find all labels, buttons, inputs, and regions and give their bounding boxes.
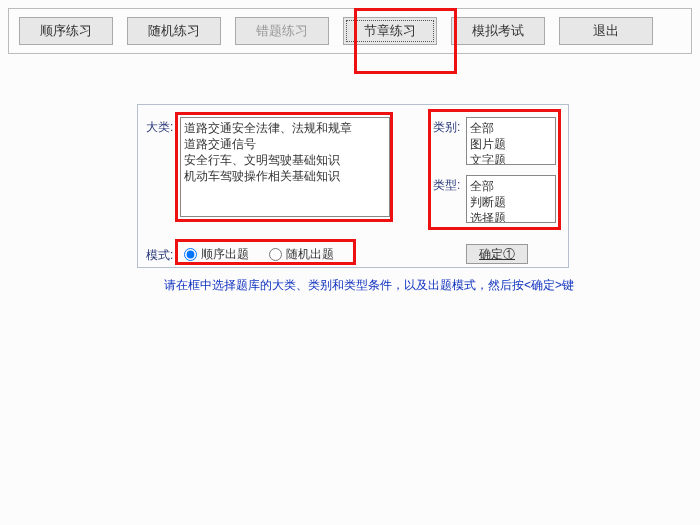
nav-toolbar: 顺序练习 随机练习 错题练习 节章练习 模拟考试 退出	[8, 8, 692, 54]
radio-random-text: 随机出题	[286, 246, 334, 263]
list-item[interactable]: 全部	[470, 178, 552, 194]
radio-sequential-label[interactable]: 顺序出题	[184, 246, 249, 263]
nav-btn-random[interactable]: 随机练习	[127, 17, 221, 45]
list-item[interactable]: 机动车驾驶操作相关基础知识	[184, 168, 386, 184]
nav-btn-wrong[interactable]: 错题练习	[235, 17, 329, 45]
list-item[interactable]: 选择题	[470, 210, 552, 223]
nav-btn-sequential[interactable]: 顺序练习	[19, 17, 113, 45]
mode-radio-group: 顺序出题 随机出题	[184, 246, 334, 263]
radio-random-label[interactable]: 随机出题	[269, 246, 334, 263]
label-kind: 类别:	[433, 119, 460, 136]
radio-sequential[interactable]	[184, 248, 197, 261]
radio-random[interactable]	[269, 248, 282, 261]
label-category: 大类:	[146, 119, 173, 136]
list-item[interactable]: 全部	[470, 120, 552, 136]
confirm-button[interactable]: 确定①	[466, 244, 528, 264]
list-item[interactable]: 判断题	[470, 194, 552, 210]
listbox-kind[interactable]: 全部 图片题 文字题	[466, 117, 556, 165]
list-item[interactable]: 道路交通信号	[184, 136, 386, 152]
nav-btn-exam[interactable]: 模拟考试	[451, 17, 545, 45]
label-mode: 模式:	[146, 247, 173, 264]
list-item[interactable]: 图片题	[470, 136, 552, 152]
label-type: 类型:	[433, 177, 460, 194]
nav-btn-exit[interactable]: 退出	[559, 17, 653, 45]
instruction-text: 请在框中选择题库的大类、类别和类型条件，以及出题模式，然后按<确定>键	[164, 277, 574, 294]
form-panel: 大类: 道路交通安全法律、法规和规章 道路交通信号 安全行车、文明驾驶基础知识 …	[137, 104, 569, 268]
nav-btn-chapter[interactable]: 节章练习	[343, 17, 437, 45]
listbox-type[interactable]: 全部 判断题 选择题	[466, 175, 556, 223]
radio-sequential-text: 顺序出题	[201, 246, 249, 263]
list-item[interactable]: 安全行车、文明驾驶基础知识	[184, 152, 386, 168]
list-item[interactable]: 道路交通安全法律、法规和规章	[184, 120, 386, 136]
list-item[interactable]: 文字题	[470, 152, 552, 165]
listbox-category[interactable]: 道路交通安全法律、法规和规章 道路交通信号 安全行车、文明驾驶基础知识 机动车驾…	[180, 117, 390, 217]
